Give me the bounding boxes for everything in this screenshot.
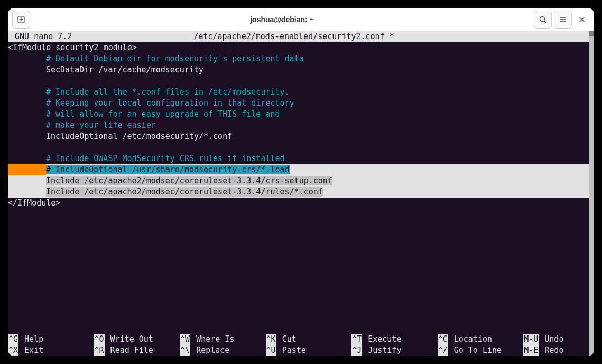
code-line: SecDataDir /var/cache/modsecurity	[8, 64, 589, 76]
code-line: <IfModule security2_module>	[8, 42, 589, 53]
help-label: Write Out	[105, 334, 153, 345]
nano-header: GNU nano 7.2/etc/apache2/mods-enabled/se…	[8, 31, 589, 42]
code-line: # Include all the *.conf files in /etc/m…	[8, 87, 589, 98]
code-line-cursor: Include /etc/apache2/modsec/coreruleset-…	[8, 175, 589, 186]
help-label: Read File	[105, 345, 153, 356]
help-label: Replace	[190, 345, 229, 356]
help-key: ^G	[8, 334, 18, 345]
terminal-area[interactable]: GNU nano 7.2/etc/apache2/mods-enabled/se…	[8, 31, 594, 356]
help-key: M-E	[523, 345, 539, 356]
help-label: Exit	[18, 345, 43, 356]
plus-icon	[17, 15, 25, 24]
help-label: Location	[448, 334, 492, 345]
help-key: ^R	[94, 345, 105, 356]
nano-help-bar: ^G Help ^O Write Out ^W Where Is ^K Cut …	[8, 334, 584, 356]
scrollbar-thumb[interactable]	[589, 31, 594, 36]
code-line: # make your life easier	[8, 120, 589, 131]
help-key: ^U	[266, 345, 276, 356]
close-icon	[579, 16, 585, 23]
help-label: Cut	[276, 334, 297, 345]
help-key: M-U	[523, 334, 539, 345]
code-line: # will allow for an easy upgrade of THIS…	[8, 109, 589, 120]
new-tab-button[interactable]	[12, 11, 30, 29]
help-key: ^\	[180, 345, 190, 356]
terminal-window: joshua@debian: ~ GNU nano 7.2/e	[8, 8, 594, 356]
help-label: Undo	[539, 334, 563, 345]
search-icon	[539, 15, 547, 24]
help-key: ^J	[351, 345, 362, 356]
code-line	[8, 142, 589, 153]
help-row-2: ^X Exit ^R Read File ^\ Replace ^U Paste…	[8, 345, 584, 356]
search-button[interactable]	[534, 11, 552, 29]
menu-button[interactable]	[554, 11, 572, 29]
titlebar: joshua@debian: ~	[8, 8, 594, 31]
help-label: Help	[18, 334, 43, 345]
text-cursor: I	[46, 176, 51, 185]
help-key: ^C	[438, 334, 448, 345]
help-label: Execute	[362, 334, 401, 345]
help-label: Justify	[362, 345, 401, 356]
code-line-highlighted: Include /etc/apache2/modsec/coreruleset-…	[8, 186, 589, 198]
help-key: ^W	[180, 334, 190, 345]
code-line	[8, 76, 589, 87]
code-line: # Default Debian dir for modsecurity's p…	[8, 53, 589, 64]
code-line: # Include OWASP ModSecurity CRS rules if…	[8, 153, 589, 164]
code-line-highlighted: # IncludeOptional /usr/share/modsecurity…	[8, 164, 589, 175]
help-label: Redo	[539, 345, 563, 356]
help-key: ^T	[351, 334, 362, 345]
close-button[interactable]	[573, 11, 591, 29]
help-label: Paste	[276, 345, 306, 356]
help-key: ^K	[266, 334, 276, 345]
scrollbar[interactable]	[589, 31, 594, 356]
hamburger-icon	[559, 15, 567, 24]
help-label: Go To Line	[448, 345, 502, 356]
help-key: ^O	[94, 334, 105, 345]
window-title: joshua@debian: ~	[31, 15, 533, 24]
help-key: ^/	[438, 345, 448, 356]
help-key: ^X	[8, 345, 18, 356]
help-label: Where Is	[190, 334, 234, 345]
code-line: # Keeping your local configuration in th…	[8, 98, 589, 109]
help-row-1: ^G Help ^O Write Out ^W Where Is ^K Cut …	[8, 334, 584, 345]
code-line: </IfModule>	[8, 198, 589, 209]
code-line: IncludeOptional /etc/modsecurity/*.conf	[8, 131, 589, 142]
